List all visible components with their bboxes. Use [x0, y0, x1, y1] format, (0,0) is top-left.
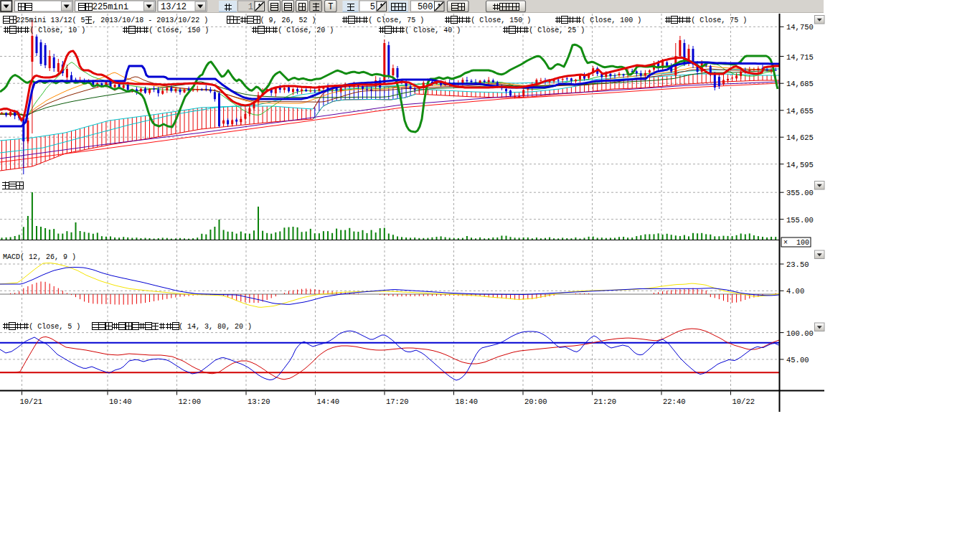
svg-text:5: 5 — [370, 2, 375, 12]
svg-text:225mini 13/12( 5: 225mini 13/12( 5 — [17, 17, 85, 24]
svg-text:( Close, 100 ): ( Close, 100 ) — [581, 17, 641, 24]
svg-text:14,625: 14,625 — [786, 133, 814, 142]
svg-text:355.00: 355.00 — [786, 189, 814, 197]
svg-text:( Close, 150 ): ( Close, 150 ) — [149, 27, 209, 34]
svg-text:( Close, 75 ): ( Close, 75 ) — [368, 17, 424, 24]
svg-text:( 9, 26, 52 ): ( 9, 26, 52 ) — [260, 17, 316, 24]
svg-text:14:40: 14:40 — [317, 397, 340, 406]
svg-text:500: 500 — [418, 2, 433, 12]
svg-text:, 2013/10/18 - 2013/10/22 ): , 2013/10/18 - 2013/10/22 ) — [92, 17, 208, 24]
svg-text:14,715: 14,715 — [786, 53, 814, 62]
svg-text:100.00: 100.00 — [786, 329, 814, 338]
svg-text:18:40: 18:40 — [456, 397, 479, 406]
svg-text:( Close, 10 ): ( Close, 10 ) — [29, 27, 85, 34]
svg-text:1: 1 — [248, 2, 253, 12]
svg-text:14,655: 14,655 — [786, 107, 814, 116]
svg-text:( Close, 20 ): ( Close, 20 ) — [278, 27, 334, 34]
svg-text:155.00: 155.00 — [786, 216, 814, 225]
svg-text:× 100: × 100 — [783, 239, 809, 247]
svg-text:17:20: 17:20 — [386, 397, 409, 406]
svg-text:MACD( 12, 26, 9 ): MACD( 12, 26, 9 ) — [3, 253, 76, 261]
svg-text:T: T — [328, 2, 333, 12]
svg-text:20:00: 20:00 — [524, 397, 547, 406]
svg-text:14,595: 14,595 — [786, 161, 814, 169]
svg-text:( Close, 40 ): ( Close, 40 ) — [405, 27, 461, 34]
svg-text:( Close, 150 ): ( Close, 150 ) — [471, 17, 531, 24]
svg-text:13/12: 13/12 — [161, 2, 187, 12]
svg-text:10:40: 10:40 — [109, 397, 132, 406]
svg-text:23.50: 23.50 — [786, 260, 809, 269]
svg-text:4.00: 4.00 — [786, 287, 804, 296]
svg-text:12:00: 12:00 — [179, 397, 202, 406]
svg-text:13:20: 13:20 — [248, 397, 270, 406]
svg-text:( Close, 5 ): ( Close, 5 ) — [29, 323, 80, 331]
svg-text:21:20: 21:20 — [594, 397, 617, 406]
svg-text:( 14, 3, 80, 20 ): ( 14, 3, 80, 20 ) — [179, 323, 252, 331]
svg-text:14,750: 14,750 — [786, 23, 814, 32]
svg-text:45.00: 45.00 — [786, 356, 809, 364]
svg-text:( Close, 75 ): ( Close, 75 ) — [691, 17, 747, 24]
svg-text:10/21: 10/21 — [20, 397, 43, 406]
svg-text:22:40: 22:40 — [663, 397, 686, 406]
svg-text:225mini: 225mini — [93, 2, 128, 12]
svg-text:10/22: 10/22 — [732, 397, 755, 406]
svg-text:( Close, 25 ): ( Close, 25 ) — [529, 27, 585, 34]
svg-text:14,685: 14,685 — [786, 80, 814, 88]
